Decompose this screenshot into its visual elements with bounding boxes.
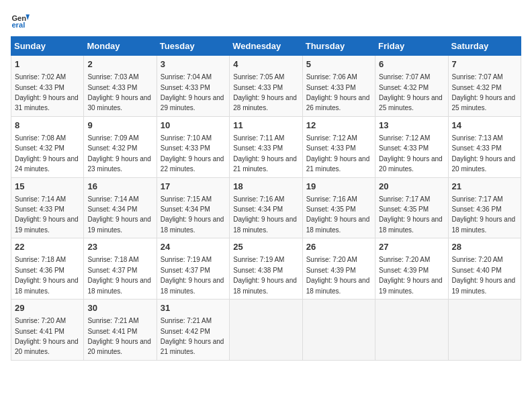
day-number: 25 xyxy=(233,241,298,253)
day-number: 10 xyxy=(161,120,226,132)
calendar-cell: 2 Sunrise: 7:03 AMSunset: 4:33 PMDayligh… xyxy=(84,56,157,117)
day-number: 16 xyxy=(87,181,152,193)
calendar-cell: 31 Sunrise: 7:21 AMSunset: 4:42 PMDaylig… xyxy=(157,300,229,361)
day-number: 15 xyxy=(15,181,80,193)
calendar-cell: 26 Sunrise: 7:20 AMSunset: 4:39 PMDaylig… xyxy=(302,238,375,300)
day-number: 22 xyxy=(15,241,80,253)
day-header-sunday: Sunday xyxy=(11,37,84,56)
calendar-cell: 15 Sunrise: 7:14 AMSunset: 4:33 PMDaylig… xyxy=(11,177,84,238)
day-header-friday: Friday xyxy=(375,37,448,56)
calendar-cell: 19 Sunrise: 7:16 AMSunset: 4:35 PMDaylig… xyxy=(302,177,375,238)
day-number: 5 xyxy=(306,58,371,71)
calendar-cell: 22 Sunrise: 7:18 AMSunset: 4:36 PMDaylig… xyxy=(11,238,84,300)
day-info: Sunrise: 7:21 AMSunset: 4:42 PMDaylight:… xyxy=(161,317,224,355)
day-number: 31 xyxy=(161,302,226,314)
day-info: Sunrise: 7:16 AMSunset: 4:35 PMDaylight:… xyxy=(306,195,370,234)
calendar-cell: 24 Sunrise: 7:19 AMSunset: 4:37 PMDaylig… xyxy=(157,238,229,300)
day-number: 26 xyxy=(306,241,371,253)
calendar-cell: 18 Sunrise: 7:16 AMSunset: 4:34 PMDaylig… xyxy=(230,177,302,238)
day-number: 7 xyxy=(452,58,517,71)
day-number: 29 xyxy=(15,302,80,314)
day-info: Sunrise: 7:17 AMSunset: 4:35 PMDaylight:… xyxy=(379,195,443,234)
day-info: Sunrise: 7:12 AMSunset: 4:33 PMDaylight:… xyxy=(306,134,370,173)
calendar-cell: 13 Sunrise: 7:12 AMSunset: 4:33 PMDaylig… xyxy=(375,116,448,177)
day-info: Sunrise: 7:09 AMSunset: 4:32 PMDaylight:… xyxy=(87,134,151,173)
day-info: Sunrise: 7:05 AMSunset: 4:33 PMDaylight:… xyxy=(233,73,297,111)
day-info: Sunrise: 7:14 AMSunset: 4:34 PMDaylight:… xyxy=(87,195,151,234)
calendar-week-row: 22 Sunrise: 7:18 AMSunset: 4:36 PMDaylig… xyxy=(11,238,521,300)
day-info: Sunrise: 7:20 AMSunset: 4:39 PMDaylight:… xyxy=(379,256,443,294)
calendar-cell: 16 Sunrise: 7:14 AMSunset: 4:34 PMDaylig… xyxy=(84,177,157,238)
calendar-cell: 14 Sunrise: 7:13 AMSunset: 4:33 PMDaylig… xyxy=(448,116,521,177)
day-number: 3 xyxy=(161,58,226,71)
day-info: Sunrise: 7:18 AMSunset: 4:36 PMDaylight:… xyxy=(15,256,79,294)
calendar-cell: 21 Sunrise: 7:17 AMSunset: 4:36 PMDaylig… xyxy=(448,177,521,238)
calendar-cell: 3 Sunrise: 7:04 AMSunset: 4:33 PMDayligh… xyxy=(157,56,229,117)
day-number: 6 xyxy=(379,58,444,71)
day-number: 11 xyxy=(233,120,298,132)
calendar-cell: 28 Sunrise: 7:20 AMSunset: 4:40 PMDaylig… xyxy=(448,238,521,300)
calendar-cell: 9 Sunrise: 7:09 AMSunset: 4:32 PMDayligh… xyxy=(84,116,157,177)
day-number: 8 xyxy=(15,120,80,132)
day-info: Sunrise: 7:17 AMSunset: 4:36 PMDaylight:… xyxy=(452,195,516,234)
day-number: 14 xyxy=(452,120,517,132)
day-info: Sunrise: 7:19 AMSunset: 4:38 PMDaylight:… xyxy=(233,256,297,294)
day-info: Sunrise: 7:16 AMSunset: 4:34 PMDaylight:… xyxy=(233,195,297,234)
calendar-cell: 4 Sunrise: 7:05 AMSunset: 4:33 PMDayligh… xyxy=(230,56,302,117)
day-info: Sunrise: 7:20 AMSunset: 4:39 PMDaylight:… xyxy=(306,256,370,294)
calendar-header-row: SundayMondayTuesdayWednesdayThursdayFrid… xyxy=(11,37,521,56)
day-number: 18 xyxy=(233,181,298,193)
day-number: 23 xyxy=(87,241,152,253)
day-number: 19 xyxy=(306,181,371,193)
calendar-cell: 10 Sunrise: 7:10 AMSunset: 4:33 PMDaylig… xyxy=(157,116,229,177)
svg-marker-2 xyxy=(26,15,30,20)
calendar-cell: 20 Sunrise: 7:17 AMSunset: 4:35 PMDaylig… xyxy=(375,177,448,238)
calendar-week-row: 15 Sunrise: 7:14 AMSunset: 4:33 PMDaylig… xyxy=(11,177,521,238)
day-info: Sunrise: 7:08 AMSunset: 4:32 PMDaylight:… xyxy=(15,134,79,173)
day-number: 27 xyxy=(379,241,444,253)
day-number: 20 xyxy=(379,181,444,193)
calendar-week-row: 1 Sunrise: 7:02 AMSunset: 4:33 PMDayligh… xyxy=(11,56,521,117)
day-number: 4 xyxy=(233,58,298,71)
day-info: Sunrise: 7:20 AMSunset: 4:41 PMDaylight:… xyxy=(15,317,79,355)
calendar-cell: 11 Sunrise: 7:11 AMSunset: 4:33 PMDaylig… xyxy=(230,116,302,177)
calendar-cell: 23 Sunrise: 7:18 AMSunset: 4:37 PMDaylig… xyxy=(84,238,157,300)
calendar-cell: 7 Sunrise: 7:07 AMSunset: 4:32 PMDayligh… xyxy=(448,56,521,117)
calendar-cell: 27 Sunrise: 7:20 AMSunset: 4:39 PMDaylig… xyxy=(375,238,448,300)
day-header-tuesday: Tuesday xyxy=(157,37,229,56)
day-number: 9 xyxy=(87,120,152,132)
day-number: 12 xyxy=(306,120,371,132)
day-info: Sunrise: 7:04 AMSunset: 4:33 PMDaylight:… xyxy=(161,73,224,111)
calendar-cell: 30 Sunrise: 7:21 AMSunset: 4:41 PMDaylig… xyxy=(84,300,157,361)
day-number: 21 xyxy=(452,181,517,193)
day-info: Sunrise: 7:02 AMSunset: 4:33 PMDaylight:… xyxy=(15,73,79,111)
calendar-cell xyxy=(448,300,521,361)
day-number: 2 xyxy=(87,58,152,71)
day-header-saturday: Saturday xyxy=(448,37,521,56)
day-info: Sunrise: 7:21 AMSunset: 4:41 PMDaylight:… xyxy=(87,317,151,355)
calendar-cell xyxy=(230,300,302,361)
day-info: Sunrise: 7:07 AMSunset: 4:32 PMDaylight:… xyxy=(452,73,516,111)
calendar-cell: 29 Sunrise: 7:20 AMSunset: 4:41 PMDaylig… xyxy=(11,300,84,361)
calendar-cell xyxy=(302,300,375,361)
calendar-cell xyxy=(375,300,448,361)
calendar-table: SundayMondayTuesdayWednesdayThursdayFrid… xyxy=(11,36,521,361)
logo: Gen eral xyxy=(11,11,32,30)
day-number: 13 xyxy=(379,120,444,132)
calendar-cell: 25 Sunrise: 7:19 AMSunset: 4:38 PMDaylig… xyxy=(230,238,302,300)
calendar-cell: 8 Sunrise: 7:08 AMSunset: 4:32 PMDayligh… xyxy=(11,116,84,177)
day-info: Sunrise: 7:20 AMSunset: 4:40 PMDaylight:… xyxy=(452,256,516,294)
day-info: Sunrise: 7:06 AMSunset: 4:33 PMDaylight:… xyxy=(306,73,370,111)
day-info: Sunrise: 7:12 AMSunset: 4:33 PMDaylight:… xyxy=(379,134,443,173)
day-info: Sunrise: 7:15 AMSunset: 4:34 PMDaylight:… xyxy=(161,195,224,234)
day-info: Sunrise: 7:10 AMSunset: 4:33 PMDaylight:… xyxy=(161,134,224,173)
calendar-cell: 12 Sunrise: 7:12 AMSunset: 4:33 PMDaylig… xyxy=(302,116,375,177)
calendar-week-row: 29 Sunrise: 7:20 AMSunset: 4:41 PMDaylig… xyxy=(11,300,521,361)
day-info: Sunrise: 7:19 AMSunset: 4:37 PMDaylight:… xyxy=(161,256,224,294)
calendar-cell: 17 Sunrise: 7:15 AMSunset: 4:34 PMDaylig… xyxy=(157,177,229,238)
day-header-thursday: Thursday xyxy=(302,37,375,56)
day-number: 17 xyxy=(161,181,226,193)
calendar-week-row: 8 Sunrise: 7:08 AMSunset: 4:32 PMDayligh… xyxy=(11,116,521,177)
logo-icon: Gen eral xyxy=(11,11,30,30)
day-info: Sunrise: 7:14 AMSunset: 4:33 PMDaylight:… xyxy=(15,195,79,234)
